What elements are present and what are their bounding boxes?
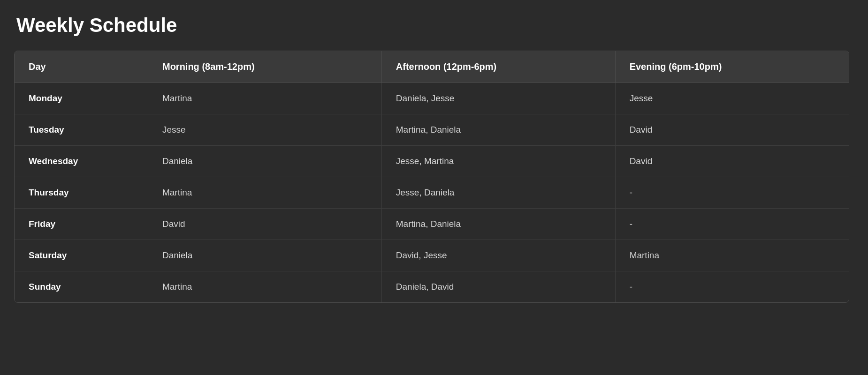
table-row: WednesdayDanielaJesse, MartinaDavid bbox=[15, 146, 849, 177]
cell-sunday-afternoon: Daniela, David bbox=[381, 271, 615, 303]
col-header-evening: Evening (6pm-10pm) bbox=[615, 51, 849, 83]
cell-saturday-afternoon: David, Jesse bbox=[381, 240, 615, 271]
table-row: SaturdayDanielaDavid, JesseMartina bbox=[15, 240, 849, 271]
table-row: ThursdayMartinaJesse, Daniela- bbox=[15, 177, 849, 209]
table-body: MondayMartinaDaniela, JesseJesseTuesdayJ… bbox=[15, 83, 849, 303]
cell-saturday-evening: Martina bbox=[615, 240, 849, 271]
cell-thursday-evening: - bbox=[615, 177, 849, 209]
cell-sunday-morning: Martina bbox=[148, 271, 381, 303]
header-row: Day Morning (8am-12pm) Afternoon (12pm-6… bbox=[15, 51, 849, 83]
cell-wednesday-morning: Daniela bbox=[148, 146, 381, 177]
cell-wednesday-afternoon: Jesse, Martina bbox=[381, 146, 615, 177]
cell-monday-day: Monday bbox=[15, 83, 148, 114]
cell-friday-evening: - bbox=[615, 209, 849, 240]
cell-thursday-day: Thursday bbox=[15, 177, 148, 209]
cell-saturday-day: Saturday bbox=[15, 240, 148, 271]
cell-tuesday-day: Tuesday bbox=[15, 114, 148, 146]
cell-saturday-morning: Daniela bbox=[148, 240, 381, 271]
table-header: Day Morning (8am-12pm) Afternoon (12pm-6… bbox=[15, 51, 849, 83]
table-row: SundayMartinaDaniela, David- bbox=[15, 271, 849, 303]
cell-sunday-day: Sunday bbox=[15, 271, 148, 303]
cell-tuesday-afternoon: Martina, Daniela bbox=[381, 114, 615, 146]
cell-tuesday-evening: David bbox=[615, 114, 849, 146]
cell-monday-afternoon: Daniela, Jesse bbox=[381, 83, 615, 114]
col-header-morning: Morning (8am-12pm) bbox=[148, 51, 381, 83]
schedule-table: Day Morning (8am-12pm) Afternoon (12pm-6… bbox=[15, 51, 849, 302]
cell-thursday-afternoon: Jesse, Daniela bbox=[381, 177, 615, 209]
cell-wednesday-evening: David bbox=[615, 146, 849, 177]
cell-friday-afternoon: Martina, Daniela bbox=[381, 209, 615, 240]
table-row: MondayMartinaDaniela, JesseJesse bbox=[15, 83, 849, 114]
page-title: Weekly Schedule bbox=[14, 14, 854, 37]
col-header-day: Day bbox=[15, 51, 148, 83]
cell-friday-morning: David bbox=[148, 209, 381, 240]
col-header-afternoon: Afternoon (12pm-6pm) bbox=[381, 51, 615, 83]
cell-friday-day: Friday bbox=[15, 209, 148, 240]
table-row: TuesdayJesseMartina, DanielaDavid bbox=[15, 114, 849, 146]
cell-wednesday-day: Wednesday bbox=[15, 146, 148, 177]
cell-thursday-morning: Martina bbox=[148, 177, 381, 209]
cell-sunday-evening: - bbox=[615, 271, 849, 303]
schedule-table-container: Day Morning (8am-12pm) Afternoon (12pm-6… bbox=[14, 51, 849, 303]
cell-monday-evening: Jesse bbox=[615, 83, 849, 114]
table-row: FridayDavidMartina, Daniela- bbox=[15, 209, 849, 240]
cell-tuesday-morning: Jesse bbox=[148, 114, 381, 146]
cell-monday-morning: Martina bbox=[148, 83, 381, 114]
